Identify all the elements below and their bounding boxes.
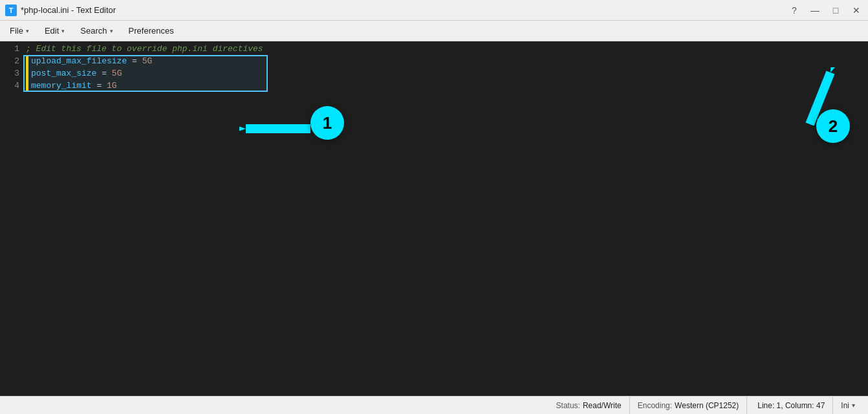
line2-eq: = [127,55,142,67]
file-menu-arrow: ▾ [26,28,29,34]
line-num-1: 1 [0,43,19,55]
window-controls: ? — □ ✕ [788,5,863,16]
line4-marker [26,80,28,92]
menu-bar: File ▾ Edit ▾ Search ▾ Preferences [0,21,868,41]
edit-menu-arrow: ▾ [61,28,65,34]
help-button[interactable]: ? [788,5,801,16]
status-encoding: Encoding: Western (CP1252) [630,397,748,414]
line-numbers: 1 2 3 4 [0,41,23,396]
lang-dropdown-arrow[interactable]: ▾ [852,402,855,409]
status-bar: Status: Read/Write Encoding: Western (CP… [0,396,868,414]
line1-text: ; Edit this file to override php.ini dir… [26,43,263,55]
status-lang[interactable]: Ini ▾ [833,397,863,414]
line-num-4: 4 [0,80,19,92]
encoding-value: Western (CP1252) [675,401,739,410]
code-line-4: memory_limit = 1G [26,80,868,92]
line4-val: 1G [107,80,117,92]
code-line-1: ; Edit this file to override php.ini dir… [26,43,868,55]
lang-select[interactable]: Ini ▾ [841,401,855,410]
annotation-arrow-1 [239,113,310,147]
menu-search[interactable]: Search ▾ [73,23,120,39]
code-line-2: upload_max_filesize = 5G [26,55,868,67]
menu-preferences[interactable]: Preferences [122,23,181,39]
status-readwrite: Status: Read/Write [548,397,630,414]
line-num-3: 3 [0,67,19,80]
status-label: Status: [556,401,580,410]
line3-eq: = [96,67,111,80]
line-num-2: 2 [0,55,19,67]
search-menu-arrow: ▾ [110,28,113,34]
line4-eq: = [92,80,107,92]
title-text: *php-local.ini - Text Editor [21,5,116,15]
line2-val: 5G [142,55,153,67]
annotation-number-1: 1 [310,106,344,140]
line3-marker [26,67,28,80]
status-line-col: Line: 1, Column: 47 [747,397,833,414]
title-bar: T *php-local.ini - Text Editor ? — □ ✕ [0,0,868,21]
line2-marker [26,55,28,67]
line4-key: memory_limit [31,80,92,92]
lang-label: Ini [841,401,849,410]
app-icon: T [5,5,17,16]
annotation-number-2: 2 [816,109,850,143]
editor-area[interactable]: 1 2 3 4 ; Edit this file to override php… [0,41,868,396]
line-col-value: Line: 1, Column: 47 [757,401,825,410]
menu-edit[interactable]: Edit ▾ [38,23,72,39]
annotation-circle-1: 1 [310,106,344,140]
maximize-button[interactable]: □ [829,5,842,16]
menu-file[interactable]: File ▾ [3,23,36,39]
code-line-3: post_max_size = 5G [26,67,868,80]
status-value: Read/Write [583,401,622,410]
code-content[interactable]: ; Edit this file to override php.ini dir… [23,41,868,396]
title-left: T *php-local.ini - Text Editor [5,5,116,16]
line2-key: upload_max_filesize [31,55,127,67]
close-button[interactable]: ✕ [850,5,863,16]
annotation-circle-2: 2 [816,109,850,143]
line3-key: post_max_size [31,67,96,80]
line3-val: 5G [112,67,122,80]
minimize-button[interactable]: — [808,5,821,16]
encoding-label: Encoding: [638,401,672,410]
